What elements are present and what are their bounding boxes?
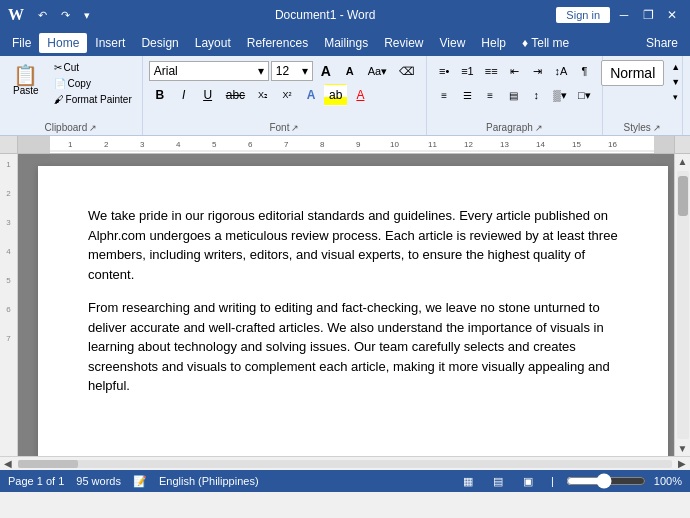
line-spacing-button[interactable]: ↕ <box>525 84 547 106</box>
menu-tell-me[interactable]: ♦ Tell me <box>514 33 577 53</box>
copy-button[interactable]: 📄Copy <box>50 76 136 91</box>
align-left-button[interactable]: ≡ <box>433 84 455 106</box>
multilevel-list-button[interactable]: ≡≡ <box>480 60 503 82</box>
bold-button[interactable]: B <box>149 84 171 106</box>
clipboard-expand-button[interactable]: ↗ <box>89 123 97 133</box>
zoom-slider[interactable] <box>566 473 646 489</box>
bullets-button[interactable]: ≡• <box>433 60 455 82</box>
shading-button[interactable]: ▒▾ <box>548 84 572 106</box>
copy-label: Copy <box>68 78 91 89</box>
superscript-button[interactable]: X² <box>276 84 298 106</box>
cut-button[interactable]: ✂Cut <box>50 60 136 75</box>
font-name-value: Arial <box>154 64 178 78</box>
scroll-left-button[interactable]: ◀ <box>0 458 16 469</box>
word-count-icon: 📝 <box>133 475 147 488</box>
view-read-button[interactable]: ▣ <box>517 470 539 492</box>
svg-text:6: 6 <box>248 140 253 149</box>
document-page[interactable]: We take pride in our rigorous editorial … <box>38 166 668 456</box>
scroll-down-button[interactable]: ▼ <box>676 441 690 456</box>
numbering-button[interactable]: ≡1 <box>456 60 479 82</box>
italic-button[interactable]: I <box>173 84 195 106</box>
svg-text:12: 12 <box>464 140 473 149</box>
paragraph-expand-button[interactable]: ↗ <box>535 123 543 133</box>
customize-qat-button[interactable]: ▾ <box>80 7 94 24</box>
margin-3: 3 <box>6 218 10 227</box>
sort-button[interactable]: ↕A <box>550 60 573 82</box>
scroll-track[interactable] <box>677 171 689 439</box>
font-size-selector[interactable]: 12 ▾ <box>271 61 313 81</box>
styles-expand-dialog-button[interactable]: ↗ <box>653 123 661 133</box>
status-right: ▦ ▤ ▣ | 100% <box>457 470 682 492</box>
status-bar: Page 1 of 1 95 words 📝 English (Philippi… <box>0 470 690 492</box>
font-increase-button[interactable]: A <box>315 60 337 82</box>
increase-indent-button[interactable]: ⇥ <box>527 60 549 82</box>
justify-button[interactable]: ▤ <box>502 84 524 106</box>
minimize-button[interactable]: ─ <box>614 5 634 25</box>
redo-button[interactable]: ↷ <box>57 7 74 24</box>
view-print-button[interactable]: ▦ <box>457 470 479 492</box>
menu-mailings[interactable]: Mailings <box>316 33 376 53</box>
menu-insert[interactable]: Insert <box>87 33 133 53</box>
paragraph-section-label: Paragraph <box>486 122 533 133</box>
text-highlight-button[interactable]: ab <box>324 84 347 106</box>
styles-expand-button[interactable]: ▾ <box>668 90 683 104</box>
svg-text:2: 2 <box>104 140 109 149</box>
subscript-button[interactable]: X₂ <box>252 84 274 106</box>
undo-button[interactable]: ↶ <box>34 7 51 24</box>
scroll-right-button[interactable]: ▶ <box>674 458 690 469</box>
styles-scroll-up-button[interactable]: ▲ <box>668 60 683 74</box>
menu-layout[interactable]: Layout <box>187 33 239 53</box>
format-painter-label: Format Painter <box>66 94 132 105</box>
menu-references[interactable]: References <box>239 33 316 53</box>
font-size-value: 12 <box>276 64 289 78</box>
font-expand-button[interactable]: ↗ <box>291 123 299 133</box>
text-effect-button[interactable]: A <box>300 84 322 106</box>
border-button[interactable]: □▾ <box>573 84 596 106</box>
font-color-button[interactable]: A <box>349 84 371 106</box>
ribbon-paragraph-section: ≡• ≡1 ≡≡ ⇤ ⇥ ↕A ¶ ≡ ☰ ≡ ▤ ↕ ▒▾ □▾ Paragr… <box>427 56 602 135</box>
font-decrease-button[interactable]: A <box>339 60 361 82</box>
align-center-button[interactable]: ☰ <box>456 84 478 106</box>
menu-help[interactable]: Help <box>473 33 514 53</box>
clear-formatting-button[interactable]: ⌫ <box>394 60 420 82</box>
menu-home[interactable]: Home <box>39 33 87 53</box>
format-painter-button[interactable]: 🖌Format Painter <box>50 92 136 107</box>
document-paragraph-2: From researching and writing to editing … <box>88 298 618 396</box>
margin-4: 4 <box>6 247 10 256</box>
title-text: Document1 - Word <box>275 8 375 22</box>
show-marks-button[interactable]: ¶ <box>573 60 595 82</box>
menu-design[interactable]: Design <box>133 33 186 53</box>
page-background: We take pride in our rigorous editorial … <box>18 154 674 456</box>
styles-normal-box[interactable]: Normal <box>601 60 664 86</box>
cut-label: Cut <box>64 62 80 73</box>
font-name-selector[interactable]: Arial ▾ <box>149 61 269 81</box>
strikethrough-button[interactable]: abc <box>221 84 250 106</box>
view-web-button[interactable]: ▤ <box>487 470 509 492</box>
ribbon-editing-section: ✏ Editing ▾ Editing <box>683 56 690 135</box>
decrease-indent-button[interactable]: ⇤ <box>504 60 526 82</box>
align-right-button[interactable]: ≡ <box>479 84 501 106</box>
svg-text:11: 11 <box>428 140 437 149</box>
h-scroll-track[interactable] <box>18 460 672 468</box>
menu-review[interactable]: Review <box>376 33 431 53</box>
margin-7: 7 <box>6 334 10 343</box>
menu-view[interactable]: View <box>432 33 474 53</box>
menu-share[interactable]: Share <box>638 33 686 53</box>
styles-section-label: Styles <box>624 122 651 133</box>
sign-in-button[interactable]: Sign in <box>556 7 610 23</box>
ruler-main: 1 2 3 4 5 6 7 8 9 10 11 12 13 14 15 16 <box>18 136 674 153</box>
close-button[interactable]: ✕ <box>662 5 682 25</box>
change-case-button[interactable]: Aa▾ <box>363 60 392 82</box>
styles-scroll-down-button[interactable]: ▼ <box>668 75 683 89</box>
para-row2: ≡ ☰ ≡ ▤ ↕ ▒▾ □▾ <box>433 84 595 106</box>
paste-button[interactable]: 📋 Paste <box>6 60 46 101</box>
clipboard-content: 📋 Paste ✂Cut 📄Copy 🖌Format Painter <box>6 60 136 120</box>
content-area: 1 2 3 4 5 6 7 We take pride in our rigor… <box>0 154 690 456</box>
menu-file[interactable]: File <box>4 33 39 53</box>
scroll-up-button[interactable]: ▲ <box>676 154 690 169</box>
word-count: 95 words <box>76 475 121 487</box>
font-section-label: Font <box>269 122 289 133</box>
restore-button[interactable]: ❐ <box>638 5 658 25</box>
underline-button[interactable]: U <box>197 84 219 106</box>
language-button[interactable]: English (Philippines) <box>159 475 259 487</box>
